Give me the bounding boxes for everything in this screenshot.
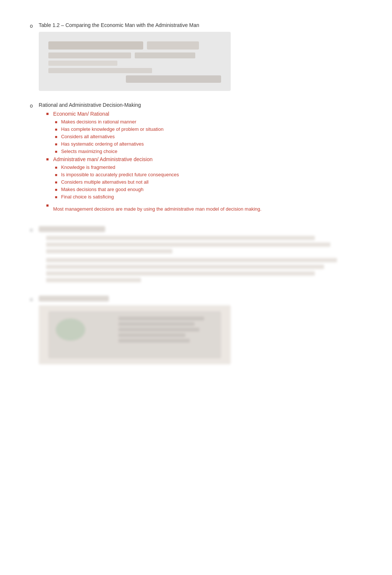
economic-item-2-text: Has complete knowledge of problem or sit… [61, 126, 163, 132]
admin-item-3: ■ Considers multiple alternatives but no… [55, 179, 362, 185]
admin-bullet-2: ■ [55, 173, 58, 177]
blurred-image-2 [39, 305, 231, 364]
economic-item-1-text: Makes decisions in rational manner [61, 119, 136, 125]
bullet-o-2: o [30, 103, 33, 109]
section-blurred-2: o [30, 296, 362, 364]
blurred-block-line-2 [118, 322, 195, 326]
management-note-section: ■ Most management decisions are made by … [46, 203, 362, 213]
management-note-text: Most management decisions are made by us… [53, 205, 261, 213]
blurred-block-line-1 [118, 317, 204, 320]
rational-admin-title: Rational and Administrative Decision-Mak… [39, 102, 141, 108]
section-table: o Table 1.2 – Comparing the Economic Man… [30, 22, 362, 91]
economic-man-items: ■ Makes decisions in rational manner ■ H… [55, 119, 362, 154]
blurred-line-6 [46, 271, 315, 276]
blurred-block-line-3 [118, 328, 199, 331]
economic-item-3-text: Considers all alternatives [61, 134, 114, 139]
blurred-heading-2 [39, 296, 109, 302]
table-image [39, 32, 231, 91]
economic-item-5-text: Selects maximizing choice [61, 149, 117, 154]
blurred-block-line-5 [118, 339, 190, 343]
admin-man-label: Administrative man/ Administrative decis… [53, 156, 152, 162]
page-content: o Table 1.2 – Comparing the Economic Man… [30, 15, 362, 383]
section-rational-admin: o Rational and Administrative Decision-M… [30, 102, 362, 215]
admin-item-4-text: Makes decisions that are good enough [61, 187, 143, 192]
economic-item-2: ■ Has complete knowledge of problem or s… [55, 126, 362, 132]
blurred-line-7 [46, 278, 141, 282]
admin-item-1: ■ Knowledge is fragmented [55, 164, 362, 170]
admin-item-5: ■ Final choice is satisficing [55, 194, 362, 200]
level1-bullet-admin: ■ [46, 157, 49, 162]
blurred-oval [56, 319, 85, 341]
admin-bullet-3: ■ [55, 180, 58, 184]
management-note-item: ■ Most management decisions are made by … [46, 203, 362, 213]
level2-bullet-3: ■ [55, 135, 58, 139]
level1-bullet-note: ■ [46, 203, 49, 208]
blurred-content-1 [39, 226, 362, 285]
economic-man-label: Economic Man/ Rational [53, 111, 109, 117]
economic-item-3: ■ Considers all alternatives [55, 134, 362, 139]
admin-item-3-text: Considers multiple alternatives but not … [61, 179, 148, 185]
blurred-text-block [118, 317, 213, 344]
admin-item-2-text: Is impossible to accurately predict futu… [61, 172, 179, 177]
bullet-o-4: o [30, 296, 33, 302]
economic-man-header-item: ■ Economic Man/ Rational [46, 111, 362, 117]
admin-man-items: ■ Knowledge is fragmented ■ Is impossibl… [55, 164, 362, 200]
level1-bullet-economic: ■ [46, 111, 49, 116]
level2-bullet-1: ■ [55, 120, 58, 124]
admin-item-1-text: Knowledge is fragmented [61, 164, 115, 170]
economic-item-4: ■ Has systematic ordering of alternative… [55, 141, 362, 147]
blurred-line-2 [46, 242, 331, 247]
blurred-line-1 [46, 236, 315, 240]
blurred-line-3 [46, 249, 172, 254]
level2-bullet-2: ■ [55, 127, 58, 132]
section-table-content: Table 1.2 – Comparing the Economic Man w… [39, 22, 362, 91]
admin-bullet-5: ■ [55, 195, 58, 199]
admin-item-5-text: Final choice is satisficing [61, 194, 114, 200]
level2-bullet-5: ■ [55, 149, 58, 154]
table-section-title: Table 1.2 – Comparing the Economic Man w… [39, 22, 199, 28]
economic-man-section: ■ Economic Man/ Rational ■ Makes decisio… [46, 111, 362, 154]
economic-item-1: ■ Makes decisions in rational manner [55, 119, 362, 125]
economic-item-5: ■ Selects maximizing choice [55, 149, 362, 154]
blurred-image-inner [48, 311, 221, 358]
blurred-line-5 [46, 265, 324, 269]
admin-item-2: ■ Is impossible to accurately predict fu… [55, 172, 362, 177]
bullet-o-3: o [30, 227, 33, 233]
rational-admin-content: Rational and Administrative Decision-Mak… [39, 102, 362, 215]
admin-man-section: ■ Administrative man/ Administrative dec… [46, 156, 362, 200]
economic-item-4-text: Has systematic ordering of alternatives [61, 141, 144, 147]
bullet-o-1: o [30, 23, 33, 29]
blurred-line-4 [46, 258, 337, 262]
blurred-content-2 [39, 296, 362, 364]
section-blurred-1: o [30, 226, 362, 285]
blurred-heading-1 [39, 226, 105, 232]
admin-bullet-4: ■ [55, 187, 58, 192]
admin-man-header-item: ■ Administrative man/ Administrative dec… [46, 156, 362, 162]
level2-bullet-4: ■ [55, 142, 58, 146]
blurred-block-line-4 [118, 333, 185, 337]
admin-item-4: ■ Makes decisions that are good enough [55, 187, 362, 192]
admin-bullet-1: ■ [55, 165, 58, 170]
